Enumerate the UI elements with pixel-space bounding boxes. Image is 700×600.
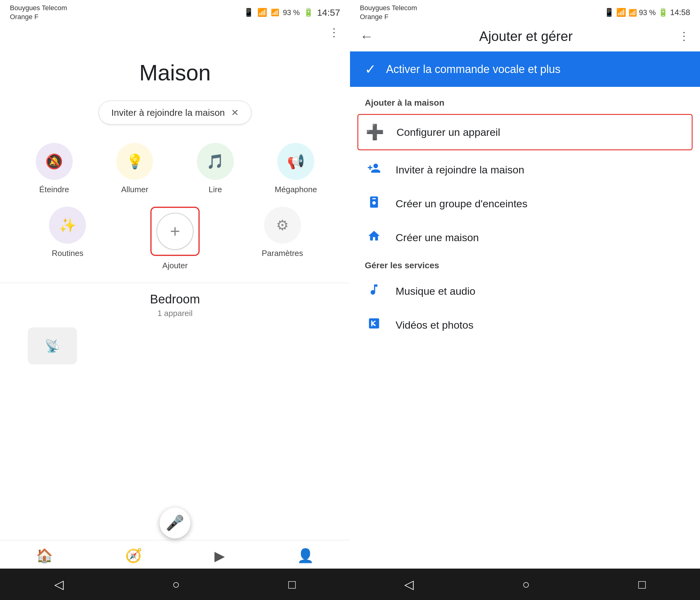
videos-photos-text: Vidéos et photos [396, 319, 474, 331]
left-header: ⋮ [0, 24, 350, 42]
action-eteindre[interactable]: 🔕 Éteindre [19, 143, 90, 194]
left-screen: Bouygues TelecomOrange F 📱 📶 📶 93 % 🔋 14… [0, 0, 350, 600]
back-arrow-button[interactable]: ← [360, 29, 373, 44]
nav-home-button[interactable]: 🏠 [36, 548, 53, 564]
allumer-circle: 💡 [116, 143, 153, 180]
back-button[interactable]: ◁ [54, 577, 64, 591]
music-note-icon: 🎵 [206, 153, 224, 170]
mic-icon: 🎤 [166, 514, 184, 531]
action-allumer[interactable]: 💡 Allumer [99, 143, 171, 194]
checkmark-icon: ✓ [365, 61, 376, 77]
room-name: Bedroom [150, 292, 200, 306]
creer-groupe-text: Créer un groupe d'enceintes [396, 198, 527, 210]
video-icon [365, 317, 383, 333]
parametres-circle: ⚙ [264, 207, 301, 244]
lire-label: Lire [208, 185, 222, 194]
room-count: 1 appareil [157, 309, 193, 318]
right-status-icons: 📱 📶 📶 93 % 🔋 14:58 [604, 8, 690, 17]
music-audio-icon [365, 283, 383, 299]
invite-pill-text: Inviter à rejoindre la maison [111, 107, 225, 118]
nav-profile-button[interactable]: 👤 [297, 548, 314, 564]
inviter-item[interactable]: Inviter à rejoindre la maison [350, 153, 700, 187]
bulb-icon: 💡 [126, 153, 144, 170]
megaphone-label: Mégaphone [275, 185, 317, 194]
section-ajouter-heading: Ajouter à la maison [350, 92, 700, 111]
ajouter-highlight: + [150, 207, 200, 256]
action-megaphone[interactable]: 📢 Mégaphone [260, 143, 332, 194]
plus-icon: + [170, 223, 180, 240]
battery-text: 93 % [283, 8, 300, 17]
right-system-bar: ◁ ○ □ [350, 569, 700, 600]
configure-highlight-border: ➕ Configurer un appareil [357, 114, 693, 150]
speaker-group-icon [365, 195, 383, 212]
house-icon [365, 229, 383, 246]
section-gerer-heading: Gérer les services [350, 254, 700, 274]
right-recents-button[interactable]: □ [639, 577, 646, 591]
bottom-navigation: 🏠 🧭 ▶ 👤 [0, 540, 350, 569]
routines-circle: ✨ [49, 207, 86, 244]
nav-media-button[interactable]: ▶ [215, 548, 225, 564]
right-page-title: Ajouter et gérer [479, 29, 572, 44]
room-section: Bedroom 1 appareil 📡 [0, 292, 350, 364]
left-status-icons: 📱 📶 📶 93 % 🔋 14:57 [244, 7, 340, 18]
configure-appareil-item[interactable]: ➕ Configurer un appareil [358, 115, 692, 149]
page-title: Maison [139, 60, 211, 85]
right-time: 14:58 [670, 8, 690, 17]
routines-label: Routines [52, 249, 83, 258]
megaphone-circle: 📢 [277, 143, 314, 180]
lire-circle: 🎵 [197, 143, 234, 180]
invite-person-icon [365, 161, 383, 178]
creer-maison-item[interactable]: Créer une maison [350, 220, 700, 254]
action-routines[interactable]: ✨ Routines [19, 207, 117, 270]
ajouter-circle: + [156, 213, 194, 250]
left-carrier: Bouygues TelecomOrange F [10, 4, 67, 21]
eteindre-label: Éteindre [39, 185, 69, 194]
creer-groupe-item[interactable]: Créer un groupe d'enceintes [350, 187, 700, 220]
action-ajouter[interactable]: + Ajouter [126, 207, 224, 270]
musique-audio-text: Musique et audio [396, 285, 475, 297]
bell-slash-icon: 🔕 [45, 153, 63, 170]
configure-plus-icon: ➕ [366, 124, 384, 141]
left-main-content: Maison Inviter à rejoindre la maison ✕ 🔕… [0, 42, 350, 540]
ajouter-label: Ajouter [162, 261, 188, 270]
vocal-command-banner[interactable]: ✓ Activer la commande vocale et plus [350, 51, 700, 87]
action-lire[interactable]: 🎵 Lire [180, 143, 251, 194]
left-status-bar: Bouygues TelecomOrange F 📱 📶 📶 93 % 🔋 14… [0, 0, 350, 24]
megaphone-icon: 📢 [287, 153, 305, 170]
allumer-label: Allumer [121, 185, 148, 194]
action-parametres[interactable]: ⚙ Paramètres [233, 207, 331, 270]
left-time: 14:57 [317, 7, 340, 18]
routines-icon: ✨ [59, 217, 76, 233]
musique-audio-item[interactable]: Musique et audio [350, 274, 700, 308]
right-carrier: Bouygues TelecomOrange F [360, 4, 417, 21]
invite-pill[interactable]: Inviter à rejoindre la maison ✕ [99, 101, 251, 125]
invite-close-button[interactable]: ✕ [231, 107, 239, 118]
mic-fab-button[interactable]: 🎤 [159, 507, 191, 539]
gear-icon: ⚙ [276, 217, 289, 233]
menu-dots-button[interactable]: ⋮ [328, 26, 340, 39]
right-back-button[interactable]: ◁ [404, 577, 414, 591]
right-screen: Bouygues TelecomOrange F 📱 📶 📶 93 % 🔋 14… [350, 0, 700, 600]
action-grid-row2: ✨ Routines + Ajouter ⚙ Paramètres [0, 207, 350, 270]
action-grid-row1: 🔕 Éteindre 💡 Allumer 🎵 Lire 📢 [0, 143, 350, 194]
right-battery-text: 93 % [639, 8, 656, 17]
inviter-text: Inviter à rejoindre la maison [396, 164, 524, 176]
right-header: ← Ajouter et gérer ⋮ [350, 24, 700, 51]
left-system-bar: ◁ ○ □ [0, 569, 350, 600]
right-menu-dots-button[interactable]: ⋮ [678, 30, 690, 43]
right-status-bar: Bouygues TelecomOrange F 📱 📶 📶 93 % 🔋 14… [350, 0, 700, 24]
divider [0, 283, 350, 283]
recents-button[interactable]: □ [289, 577, 296, 591]
creer-maison-text: Créer une maison [396, 232, 479, 244]
nav-discover-button[interactable]: 🧭 [125, 548, 142, 564]
videos-photos-item[interactable]: Vidéos et photos [350, 308, 700, 342]
parametres-label: Paramètres [261, 249, 303, 258]
device-card[interactable]: 📡 [28, 328, 77, 364]
configure-appareil-text: Configurer un appareil [397, 126, 500, 138]
home-button[interactable]: ○ [172, 577, 180, 591]
right-home-button[interactable]: ○ [522, 577, 530, 591]
eteindre-circle: 🔕 [36, 143, 73, 180]
vocal-command-text: Activer la commande vocale et plus [386, 63, 560, 76]
